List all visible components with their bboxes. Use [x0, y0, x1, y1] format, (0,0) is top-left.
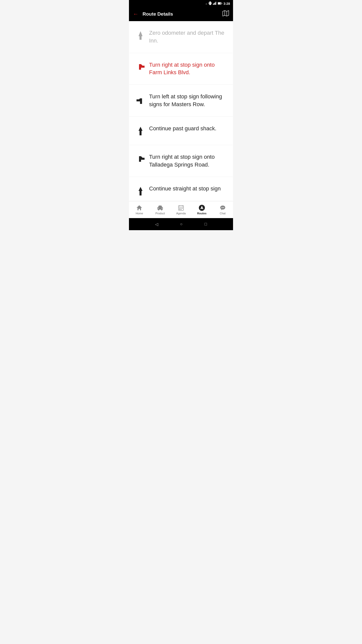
route-instruction-2: Turn right at stop sign onto Farm Links …	[147, 61, 228, 77]
location-icon: ⌕	[206, 2, 207, 5]
page-title: Route Details	[143, 11, 222, 17]
svg-marker-28	[137, 205, 142, 210]
svg-rect-4	[214, 3, 214, 5]
svg-rect-41	[182, 208, 183, 209]
route-icon-2	[134, 61, 147, 73]
route-instruction-3: Turn left at stop sign following signs f…	[147, 93, 228, 108]
svg-rect-27	[140, 191, 142, 195]
nav-label-home: Home	[136, 212, 143, 215]
route-instruction-6: Continue straight at stop sign	[147, 185, 228, 193]
nav-label-agenda: Agenda	[176, 212, 186, 215]
svg-rect-6	[215, 2, 216, 5]
route-icon-3	[134, 93, 147, 105]
svg-point-48	[221, 207, 222, 208]
svg-rect-39	[179, 208, 180, 209]
car-icon	[157, 205, 163, 211]
svg-rect-33	[158, 208, 159, 209]
svg-point-32	[161, 209, 162, 211]
svg-marker-13	[139, 31, 143, 36]
route-row: Zero odometer and depart The Inn.	[129, 21, 233, 53]
nav-item-routes[interactable]: Routes	[191, 201, 212, 218]
svg-rect-9	[221, 3, 222, 4]
route-icon-5	[134, 153, 147, 165]
svg-rect-3	[213, 4, 214, 5]
route-icon-1	[134, 29, 147, 41]
status-bar: ⌕ 3:28	[129, 0, 233, 7]
battery-icon	[218, 2, 222, 5]
svg-marker-30	[158, 206, 162, 207]
route-row: Turn right at stop sign onto Talladega S…	[129, 145, 233, 177]
svg-rect-43	[180, 209, 181, 210]
svg-marker-21	[139, 127, 143, 131]
system-nav-bar: ◁ ○ □	[129, 218, 233, 230]
svg-rect-8	[218, 3, 221, 4]
route-icon-6	[134, 185, 147, 197]
route-instruction-5: Turn right at stop sign onto Talladega S…	[147, 153, 228, 169]
route-row: Turn left at stop sign following signs f…	[129, 85, 233, 117]
route-row: Turn right at stop sign onto Farm Links …	[129, 53, 233, 85]
route-icon-4	[134, 125, 147, 137]
vibrate-icon	[209, 2, 212, 6]
bottom-nav: Home Product	[129, 201, 233, 218]
svg-rect-40	[180, 208, 181, 209]
nav-label-product: Product	[155, 212, 165, 215]
svg-point-31	[158, 209, 159, 211]
nav-label-routes: Routes	[197, 212, 206, 215]
nav-item-chat[interactable]: Chat	[212, 201, 233, 218]
agenda-icon	[178, 205, 184, 211]
svg-marker-10	[223, 11, 229, 16]
route-row: Continue past guard shack.	[129, 117, 233, 145]
svg-rect-25	[141, 158, 145, 160]
signal-icon	[213, 2, 216, 5]
chat-icon	[219, 205, 226, 211]
svg-rect-22	[140, 131, 142, 135]
svg-rect-17	[141, 66, 145, 68]
status-icons: ⌕ 3:28	[206, 2, 230, 6]
route-instruction-4: Continue past guard shack.	[147, 125, 228, 133]
recents-system-btn[interactable]: □	[205, 222, 207, 226]
route-list: Zero odometer and depart The Inn. Turn r…	[129, 21, 233, 201]
svg-rect-15	[139, 64, 141, 70]
home-system-btn[interactable]: ○	[180, 222, 183, 226]
status-time: 3:28	[223, 2, 230, 6]
back-system-btn[interactable]: ◁	[155, 222, 158, 227]
svg-rect-14	[140, 36, 142, 40]
svg-point-49	[222, 207, 223, 208]
map-icon[interactable]	[222, 10, 229, 18]
svg-rect-1	[209, 2, 209, 4]
svg-rect-34	[162, 208, 163, 209]
svg-rect-20	[137, 99, 140, 101]
route-row: Continue straight at stop sign	[129, 177, 233, 201]
nav-label-chat: Chat	[220, 212, 225, 215]
routes-icon	[199, 205, 205, 211]
home-icon	[136, 205, 143, 211]
svg-rect-0	[209, 2, 211, 5]
svg-rect-2	[211, 2, 212, 4]
nav-item-agenda[interactable]: Agenda	[171, 201, 192, 218]
svg-rect-18	[140, 98, 142, 104]
svg-marker-26	[139, 187, 143, 191]
svg-rect-23	[139, 156, 141, 162]
nav-item-home[interactable]: Home	[129, 201, 150, 218]
route-instruction-1: Zero odometer and depart The Inn.	[147, 29, 228, 45]
svg-point-50	[223, 207, 224, 208]
nav-item-product[interactable]: Product	[150, 201, 171, 218]
svg-rect-42	[179, 209, 180, 210]
svg-rect-5	[215, 3, 215, 5]
header: ← Route Details	[129, 7, 233, 21]
back-button[interactable]: ←	[133, 11, 139, 17]
